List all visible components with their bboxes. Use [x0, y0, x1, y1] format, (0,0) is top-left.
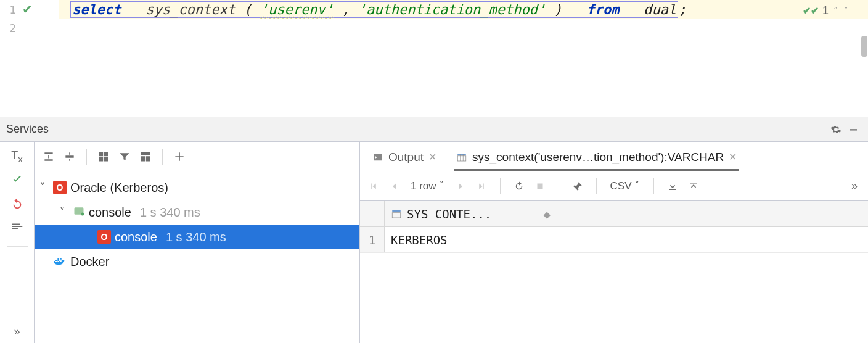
checkmark-icon: ✔✔	[803, 5, 819, 17]
tree-node-oracle[interactable]: ˅ O Oracle (Kerberos)	[35, 175, 359, 200]
reload-icon[interactable]	[510, 178, 528, 195]
last-page-icon[interactable]	[473, 178, 490, 195]
code-area[interactable]: select sys_context ( 'userenv' , 'authen…	[59, 0, 868, 117]
next-page-icon[interactable]	[452, 178, 469, 195]
console-icon	[73, 205, 85, 220]
tool-window-header: Services	[0, 117, 868, 142]
filter-icon[interactable]	[115, 147, 134, 166]
minimize-icon[interactable]	[845, 121, 862, 138]
svg-rect-5	[457, 155, 466, 160]
column-name: SYS_CONTE...	[407, 207, 491, 221]
chevron-down-icon: ˅	[634, 180, 640, 192]
sql-string: 'userenv'	[260, 2, 334, 17]
tool-window-title: Services	[6, 123, 49, 136]
services-tree-panel: ˅ O Oracle (Kerberos) ˅ console 1 s 340 …	[35, 142, 360, 343]
svg-rect-9	[392, 210, 401, 212]
execution-time: 1 s 340 ms	[161, 230, 226, 244]
svg-rect-8	[537, 183, 542, 189]
sql-string: 'authentication_method'	[358, 2, 546, 17]
close-icon[interactable]: ✕	[428, 151, 436, 163]
tree-node-label: console	[115, 230, 157, 244]
tab-label: Output	[388, 151, 424, 164]
service-actions-rail: Tx »	[0, 142, 35, 343]
result-tabs: Output ✕ sys_context('userenv…tion_metho…	[360, 142, 868, 172]
sql-editor: 1 ✔ 2 select sys_context ( 'userenv' , '…	[0, 0, 868, 117]
grid-row[interactable]: 1 KERBEROS	[360, 227, 868, 253]
oracle-icon: O	[97, 230, 111, 244]
line-number: 2	[5, 22, 16, 35]
pin-icon[interactable]	[569, 178, 586, 195]
sort-icon[interactable]: ◆	[544, 207, 551, 221]
svg-rect-10	[392, 212, 401, 217]
sql-table: dual	[644, 2, 676, 17]
gear-icon[interactable]	[827, 121, 845, 138]
result-toolbar: 1 row ˅ CSV ˅ »	[360, 172, 868, 201]
sql-keyword: from	[587, 2, 620, 17]
inspection-count: 1	[822, 4, 829, 17]
tab-result[interactable]: sys_context('userenv…tion_method'):VARCH…	[454, 145, 739, 171]
svg-rect-4	[457, 154, 466, 155]
tree-toolbar	[35, 142, 359, 172]
grid-cell[interactable]: KERBEROS	[385, 227, 557, 252]
close-icon[interactable]: ✕	[729, 151, 737, 163]
export-format-dropdown[interactable]: CSV ˅	[607, 180, 644, 192]
rollback-icon[interactable]	[10, 197, 24, 212]
chevron-down-icon[interactable]: ˅	[843, 6, 850, 15]
execution-time: 1 s 340 ms	[135, 205, 200, 220]
grid-row-number: 1	[360, 227, 385, 252]
tree-node-console[interactable]: ˅ console 1 s 340 ms	[35, 200, 359, 225]
grid-corner	[360, 201, 385, 226]
expand-all-icon[interactable]	[39, 147, 58, 166]
scrollbar-thumb[interactable]	[861, 36, 867, 57]
layout-icon[interactable]	[136, 147, 155, 166]
more-icon[interactable]: »	[14, 325, 20, 338]
tree-node-label: console	[89, 205, 131, 220]
editor-scrollbar[interactable]	[859, 0, 868, 117]
oracle-icon: O	[53, 181, 67, 194]
wrap-icon[interactable]	[10, 221, 24, 236]
tx-icon[interactable]: Tx	[11, 149, 23, 164]
docker-icon	[53, 254, 67, 270]
commit-icon[interactable]	[10, 173, 24, 188]
stop-icon[interactable]	[531, 178, 549, 195]
result-panel: Output ✕ sys_context('userenv…tion_metho…	[360, 142, 868, 343]
code-line[interactable]: select sys_context ( 'userenv' , 'authen…	[59, 0, 868, 19]
tree-node-console-run[interactable]: O console 1 s 340 ms	[35, 225, 359, 249]
add-icon[interactable]	[170, 147, 189, 166]
tree-node-label: Docker	[70, 255, 109, 269]
tree-node-docker[interactable]: Docker	[35, 249, 359, 274]
prev-page-icon[interactable]	[386, 178, 403, 195]
tab-output[interactable]: Output ✕	[370, 145, 439, 171]
svg-point-2	[81, 212, 84, 215]
sql-function: sys_context	[145, 2, 235, 17]
import-up-icon[interactable]	[685, 178, 702, 195]
chevron-down-icon: ˅	[439, 180, 444, 192]
chevron-down-icon[interactable]: ˅	[59, 205, 69, 220]
grid-header-row: SYS_CONTE... ◆	[360, 201, 868, 227]
more-icon[interactable]: »	[846, 178, 863, 195]
sql-keyword: select	[72, 2, 121, 17]
group-icon[interactable]	[94, 147, 113, 166]
inspection-widget[interactable]: ✔✔ 1 ˄ ˅	[799, 2, 853, 19]
row-count-dropdown[interactable]: 1 row ˅	[407, 180, 448, 192]
services-tree[interactable]: ˅ O Oracle (Kerberos) ˅ console 1 s 340 …	[35, 172, 359, 274]
chevron-down-icon[interactable]: ˅	[39, 180, 49, 195]
line-number: 1	[5, 3, 16, 16]
export-down-icon[interactable]	[664, 178, 681, 195]
tab-label: sys_context('userenv…tion_method'):VARCH…	[472, 151, 724, 164]
editor-gutter: 1 ✔ 2	[0, 0, 59, 117]
code-line[interactable]	[59, 19, 868, 37]
svg-rect-0	[850, 129, 857, 130]
svg-rect-3	[374, 154, 382, 160]
tree-node-label: Oracle (Kerberos)	[70, 181, 168, 195]
result-grid[interactable]: SYS_CONTE... ◆ 1 KERBEROS	[360, 201, 868, 253]
checkmark-icon: ✔	[22, 2, 33, 17]
collapse-all-icon[interactable]	[60, 147, 79, 166]
first-page-icon[interactable]	[365, 178, 382, 195]
grid-column-header[interactable]: SYS_CONTE... ◆	[385, 201, 557, 226]
chevron-up-icon[interactable]: ˄	[832, 6, 839, 15]
